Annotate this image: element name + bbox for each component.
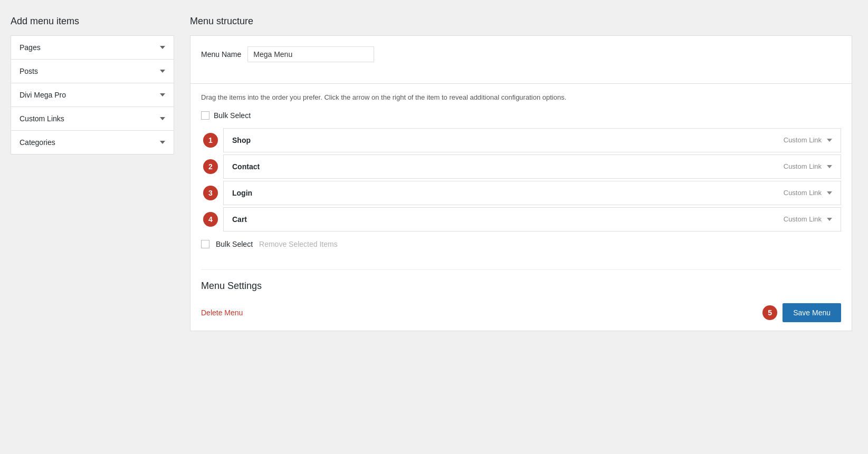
menu-settings-title: Menu Settings: [201, 269, 841, 292]
accordion-item-divi[interactable]: Divi Mega Pro: [11, 83, 174, 107]
menu-item-name-shop: Shop: [232, 136, 251, 144]
menu-item-type-login: Custom Link: [784, 189, 822, 197]
left-panel-title: Add menu items: [11, 16, 174, 27]
accordion-item-custom-links[interactable]: Custom Links: [11, 107, 174, 130]
accordion-item-pages[interactable]: Pages: [11, 36, 174, 59]
chevron-down-icon-login[interactable]: [827, 191, 832, 195]
accordion-item-categories[interactable]: Categories: [11, 131, 174, 154]
chevron-down-icon-cart[interactable]: [827, 218, 832, 221]
menu-name-row: Menu Name: [201, 46, 841, 62]
menu-item-badge-2: 2: [203, 159, 218, 174]
menu-name-label: Menu Name: [201, 50, 241, 59]
accordion-item-label-divi: Divi Mega Pro: [20, 91, 66, 99]
menu-item-row-1: 1 Shop Custom Link: [223, 128, 841, 152]
menu-name-input[interactable]: [247, 46, 374, 62]
menu-item-card-login[interactable]: Login Custom Link: [223, 181, 841, 205]
right-panel-title: Menu structure: [190, 16, 852, 27]
accordion-item-label-custom-links: Custom Links: [20, 114, 64, 123]
menu-footer-row: Delete Menu 5 Save Menu: [201, 300, 841, 322]
accordion-panel-pages: Pages: [11, 35, 174, 59]
menu-item-card-shop[interactable]: Shop Custom Link: [223, 128, 841, 152]
menu-item-badge-3: 3: [203, 186, 218, 200]
save-badge-container: 5 Save Menu: [762, 303, 841, 322]
delete-menu-link[interactable]: Delete Menu: [201, 308, 243, 317]
chevron-down-icon-contact[interactable]: [827, 165, 832, 168]
bulk-select-row-top: Bulk Select: [201, 111, 841, 120]
menu-item-row-3: 3 Login Custom Link: [223, 181, 841, 205]
chevron-down-icon-posts: [160, 70, 165, 73]
menu-item-row-2: 2 Contact Custom Link: [223, 154, 841, 179]
menu-item-type-contact: Custom Link: [784, 162, 822, 170]
remove-selected-link[interactable]: Remove Selected Items: [259, 240, 338, 248]
menu-item-name-cart: Cart: [232, 215, 247, 224]
main-layout: Add menu items Pages Posts Divi Mega Pro: [11, 16, 852, 331]
bulk-select-label-top: Bulk Select: [214, 111, 251, 120]
bottom-actions: Bulk Select Remove Selected Items: [201, 240, 841, 248]
menu-item-type-cart: Custom Link: [784, 215, 822, 223]
chevron-down-icon-divi: [160, 93, 165, 96]
menu-items-list: 1 Shop Custom Link 2 Contact Cus: [201, 128, 841, 231]
drag-instruction: Drag the items into the order you prefer…: [201, 92, 841, 103]
accordion-item-posts[interactable]: Posts: [11, 60, 174, 83]
menu-item-row-4: 4 Cart Custom Link: [223, 207, 841, 231]
chevron-down-icon-shop[interactable]: [827, 139, 832, 142]
accordion-item-label-posts: Posts: [20, 67, 38, 75]
menu-item-type-shop: Custom Link: [784, 136, 822, 144]
accordion-panel-posts: Posts: [11, 59, 174, 83]
menu-item-name-login: Login: [232, 189, 252, 197]
bulk-select-label-bottom: Bulk Select: [216, 240, 253, 248]
accordion-panel-divi: Divi Mega Pro: [11, 83, 174, 107]
accordion-panel-categories: Categories: [11, 130, 174, 154]
menu-item-card-contact[interactable]: Contact Custom Link: [223, 154, 841, 179]
menu-item-badge-1: 1: [203, 133, 218, 148]
bulk-checkbox-top[interactable]: [201, 111, 209, 120]
left-panel: Add menu items Pages Posts Divi Mega Pro: [11, 16, 174, 154]
bulk-checkbox-bottom[interactable]: [201, 240, 209, 248]
accordion-panel-custom-links: Custom Links: [11, 107, 174, 130]
right-panel: Menu structure Menu Name Drag the items …: [190, 16, 852, 331]
chevron-down-icon-pages: [160, 46, 165, 49]
accordion-item-label-categories: Categories: [20, 138, 55, 147]
drag-instruction-box: Drag the items into the order you prefer…: [190, 84, 852, 331]
menu-item-name-contact: Contact: [232, 162, 260, 171]
accordion-list: Pages Posts Divi Mega Pro Custom Links: [11, 35, 174, 154]
menu-item-badge-4: 4: [203, 212, 218, 227]
menu-item-card-cart[interactable]: Cart Custom Link: [223, 207, 841, 231]
menu-settings-section: Menu Settings Delete Menu 5 Save Menu: [201, 264, 841, 322]
menu-item-right-cart: Custom Link: [784, 215, 832, 223]
accordion-item-label-pages: Pages: [20, 43, 41, 52]
chevron-down-icon-custom-links: [160, 117, 165, 120]
chevron-down-icon-categories: [160, 141, 165, 144]
menu-structure-box: Menu Name: [190, 35, 852, 84]
menu-item-right-login: Custom Link: [784, 189, 832, 197]
menu-item-right-shop: Custom Link: [784, 136, 832, 144]
menu-item-right-contact: Custom Link: [784, 162, 832, 170]
save-badge: 5: [762, 305, 777, 320]
save-menu-button[interactable]: Save Menu: [783, 303, 841, 322]
